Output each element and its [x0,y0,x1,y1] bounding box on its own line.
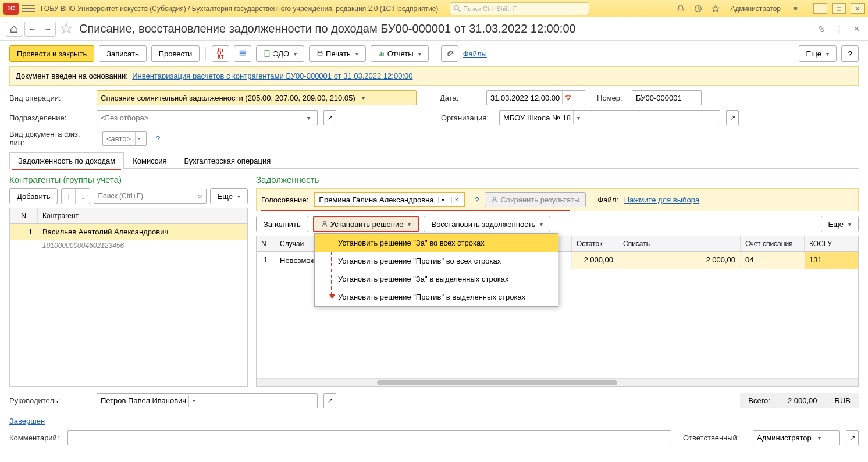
global-search[interactable]: Поиск Ctrl+Shift+F [450,2,589,15]
open-ref-button[interactable]: ↗ [323,110,336,125]
contractor-search[interactable]: × [94,189,206,204]
list-icon[interactable] [234,45,251,62]
maximize-button[interactable]: □ [832,3,846,14]
dropdown-icon[interactable]: ▾ [438,197,447,203]
more-icon[interactable]: ⋮ [833,23,845,35]
dept-label: Подразделение: [9,113,91,122]
action-bar: Заполнить Установить решение Восстановит… [256,216,859,232]
save-results-button[interactable]: Сохранить результаты [485,192,586,207]
doc-type-field[interactable]: × [102,131,147,146]
move-up-button[interactable]: ↑ [62,189,76,204]
org-label: Организация: [441,113,493,122]
save-button[interactable]: Записать [99,45,147,62]
horizontal-scrollbar[interactable] [257,378,858,386]
person-icon [491,196,498,203]
restore-debt-button[interactable]: Восстановить задолженность [424,216,550,232]
app-title: ГОБУ ВПО Университет искусств (Субсидия)… [41,5,438,13]
tab-accounting[interactable]: Бухгалтерская операция [175,152,279,169]
files-link[interactable]: Файлы [463,49,487,58]
clear-icon[interactable]: × [451,197,461,203]
responsible-field[interactable]: Администратор ▾ [753,430,840,445]
doc-header: ← → Списание, восстановление задолженнос… [0,17,868,41]
open-ref-button[interactable]: ↗ [323,393,336,408]
comment-field[interactable] [67,430,671,445]
form-area: Вид операции: Списание сомнительной задо… [0,90,868,147]
menu-icon[interactable] [22,2,35,15]
dept-field[interactable]: ▾ [97,110,318,125]
add-button[interactable]: Добавить [9,188,58,204]
edo-button[interactable]: ЭДО [256,45,304,62]
post-button[interactable]: Провести [151,45,200,62]
logo-1c: 1C [3,3,19,15]
voting-bar: Голосование: Еремина Галина Александровн… [256,188,859,211]
open-ref-button[interactable]: ↗ [726,110,739,125]
dropdown-icon[interactable]: ▾ [188,395,199,407]
menu-item-for-selected[interactable]: Установить решение "За" в выделенных стр… [315,270,558,288]
bell-icon[interactable] [675,3,686,14]
user-name[interactable]: Администратор [730,5,781,13]
post-close-button[interactable]: Провести и закрыть [9,45,94,62]
history-icon[interactable] [693,3,703,14]
date-field[interactable]: 31.03.2022 12:00:00 📅 [486,90,585,105]
completed-link[interactable]: Завершен [9,417,45,425]
svg-rect-3 [240,51,246,52]
clear-icon[interactable]: × [135,132,143,145]
link-icon[interactable] [816,23,827,35]
svg-line-1 [458,9,461,12]
dropdown-icon[interactable]: ▾ [573,111,584,124]
menu-item-against-selected[interactable]: Установить решение "Против" в выделенных… [315,288,558,306]
tab-debt[interactable]: Задолженность по доходам [9,152,124,169]
minimize-button[interactable]: — [813,3,827,14]
menu-item-for-all[interactable]: Установить решение "За" во всех строках [315,234,558,252]
svg-rect-11 [382,53,383,56]
tab-commission[interactable]: Комиссия [124,152,175,169]
help-icon[interactable]: ? [475,196,479,204]
close-doc-icon[interactable]: ✕ [851,23,862,35]
more-button[interactable]: Еще [799,45,837,62]
home-button[interactable] [6,22,22,37]
forward-button[interactable]: → [40,22,55,36]
attach-icon[interactable] [441,45,458,62]
op-type-label: Вид операции: [9,94,91,102]
col-n: N [10,208,38,223]
doc-icon [264,50,271,57]
close-window-button[interactable]: ✕ [851,3,865,14]
basis-banner: Документ введен на основании: Инвентариз… [9,66,859,86]
print-button[interactable]: Печать [309,45,366,62]
debt-title: Задолженность [256,175,859,184]
clear-icon[interactable]: × [198,192,202,201]
help-icon[interactable]: ? [156,134,160,143]
col-kosgu: КОСГУ [805,236,858,251]
file-label: Файл: [597,196,618,204]
help-button[interactable]: ? [841,45,859,62]
number-field[interactable]: БУ00-000001 [632,90,702,105]
col-writeoff: Списать [618,236,741,251]
table-row[interactable]: 1 Васильев Анатолий Александрович [10,224,247,240]
op-type-field[interactable]: Списание сомнительной задолженности (205… [97,90,417,105]
dropdown-icon[interactable]: ▾ [304,111,314,124]
star-icon[interactable] [710,3,721,14]
date-label: Дата: [440,94,481,102]
more-button[interactable]: Еще [210,188,248,204]
more-button[interactable]: Еще [821,216,859,232]
reports-button[interactable]: Отчеты [371,45,429,62]
set-decision-button[interactable]: Установить решение [313,216,419,232]
dtkt-icon[interactable]: ДтКт [212,45,229,62]
org-field[interactable]: МБОУ Школа № 18 ▾ [499,110,720,125]
back-button[interactable]: ← [25,22,40,36]
open-ref-button[interactable]: ↗ [846,430,859,445]
voter-field[interactable]: Еремина Галина Александровна ▾ × [314,192,465,207]
move-down-button[interactable]: ↓ [76,189,90,204]
settings-icon[interactable]: ≡ [790,3,801,14]
fill-button[interactable]: Заполнить [256,216,308,232]
calendar-icon[interactable]: 📅 [562,91,572,104]
menu-item-against-all[interactable]: Установить решение "Против" во всех стро… [315,252,558,270]
svg-point-12 [493,197,496,200]
head-field[interactable]: Петров Павел Иванович ▾ [97,393,318,408]
favorite-icon[interactable] [61,23,73,35]
file-link[interactable]: Нажмите для выбора [624,196,699,204]
basis-link[interactable]: Инвентаризация расчетов с контрагентами … [132,72,412,80]
contractors-title: Контрагенты (группы учета) [9,175,248,184]
dropdown-icon[interactable]: ▾ [814,431,824,444]
dropdown-icon[interactable]: ▾ [358,91,368,104]
